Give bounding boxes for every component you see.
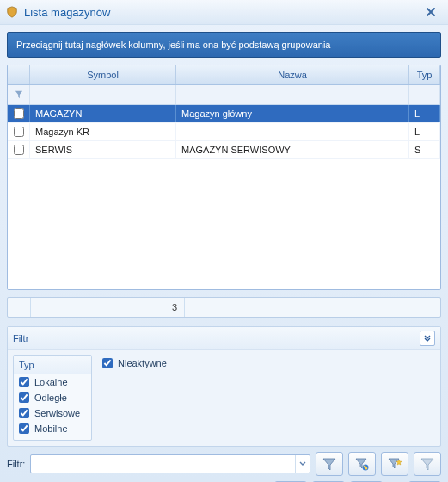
- checkbox-input[interactable]: [19, 408, 29, 418]
- filter-clear-button[interactable]: [414, 452, 441, 476]
- checkbox-input[interactable]: [102, 358, 113, 368]
- shield-icon: [5, 5, 19, 19]
- column-header-symbol[interactable]: Symbol: [30, 65, 176, 84]
- checkbox-label: Serwisowe: [34, 408, 80, 418]
- cell-name: MAGAZYN SERWISOWY: [176, 141, 409, 158]
- count-bar: 3: [7, 297, 441, 318]
- checkbox-label: Odległe: [34, 392, 67, 403]
- checkbox-input[interactable]: [19, 377, 29, 387]
- column-header-check[interactable]: [8, 65, 30, 84]
- filter-panel-expander[interactable]: [420, 331, 435, 346]
- row-checkbox[interactable]: [14, 108, 24, 119]
- close-button[interactable]: [419, 3, 443, 21]
- type-group: Typ Lokalne Odległe Serwisowe Mobilne: [13, 355, 92, 441]
- window-title: Lista magazynów: [24, 6, 419, 19]
- filter-panel-title: Filtr: [13, 333, 420, 343]
- filter-edit-button[interactable]: [348, 452, 376, 476]
- checkbox-label: Mobilne: [34, 423, 68, 434]
- filter-panel: Filtr Typ Lokalne Odległe: [7, 326, 441, 447]
- checkbox-label: Nieaktywne: [118, 358, 167, 368]
- grid-filter-row: [8, 85, 440, 105]
- cell-symbol: Magazyn KR: [30, 123, 176, 140]
- funnel-icon: [15, 90, 23, 99]
- checkbox-nieaktywne[interactable]: Nieaktywne: [102, 355, 435, 371]
- filter-row-funnel[interactable]: [8, 85, 30, 104]
- table-row[interactable]: Magazyn KR L: [8, 123, 440, 141]
- checkbox-input[interactable]: [19, 392, 29, 403]
- funnel-new-icon: [387, 456, 402, 472]
- checkbox-serwisowe[interactable]: Serwisowe: [14, 405, 91, 421]
- checkbox-label: Lokalne: [34, 377, 68, 387]
- filter-cell-name[interactable]: [176, 85, 409, 104]
- checkbox-odlegle[interactable]: Odległe: [14, 390, 91, 405]
- row-count: 3: [31, 298, 185, 317]
- table-row[interactable]: SERWIS MAGAZYN SERWISOWY S: [8, 141, 440, 159]
- filter-cell-type[interactable]: [409, 85, 440, 104]
- row-checkbox[interactable]: [14, 145, 24, 155]
- funnel-apply-icon: [322, 456, 337, 472]
- window: Lista magazynów Przeciągnij tutaj nagłów…: [0, 0, 448, 482]
- titlebar: Lista magazynów: [0, 0, 448, 25]
- filter-apply-button[interactable]: [316, 452, 343, 476]
- table-row[interactable]: MAGAZYN Magazyn główny L: [8, 105, 440, 123]
- funnel-edit-icon: [354, 456, 370, 472]
- type-group-title: Typ: [14, 356, 91, 374]
- checkbox-mobilne[interactable]: Mobilne: [14, 421, 91, 436]
- column-header-name[interactable]: Nazwa: [176, 65, 409, 84]
- filter-input-label: Filtr:: [7, 459, 25, 469]
- cell-name: Magazyn główny: [176, 105, 409, 122]
- funnel-clear-icon: [420, 456, 435, 472]
- filter-cell-symbol[interactable]: [30, 85, 176, 104]
- cell-type: L: [409, 105, 440, 122]
- filter-input-row: Filtr:: [7, 452, 441, 476]
- column-header-type[interactable]: Typ: [409, 65, 440, 84]
- filter-combo-arrow[interactable]: [295, 455, 310, 473]
- grid-body: MAGAZYN Magazyn główny L Magazyn KR L SE…: [8, 105, 440, 289]
- row-checkbox[interactable]: [14, 127, 24, 137]
- chevron-double-down-icon: [423, 334, 432, 343]
- cell-symbol: SERWIS: [30, 141, 176, 158]
- filter-combo[interactable]: [30, 454, 310, 473]
- grid: Symbol Nazwa Typ MAGAZYN Magazyn główny …: [7, 65, 441, 290]
- filter-input[interactable]: [31, 456, 295, 472]
- checkbox-input[interactable]: [19, 423, 29, 434]
- cell-type: S: [409, 141, 440, 158]
- checkbox-lokalne[interactable]: Lokalne: [14, 374, 91, 390]
- cell-name: [176, 123, 409, 140]
- grid-header: Symbol Nazwa Typ: [8, 65, 440, 85]
- filter-panel-header: Filtr: [8, 327, 440, 350]
- filter-new-button[interactable]: [381, 452, 408, 476]
- close-icon: [426, 7, 436, 17]
- cell-symbol: MAGAZYN: [30, 105, 176, 122]
- chevron-down-icon: [299, 461, 306, 467]
- cell-type: L: [409, 123, 440, 140]
- group-by-hint[interactable]: Przeciągnij tutaj nagłówek kolumny, jeśl…: [7, 32, 441, 58]
